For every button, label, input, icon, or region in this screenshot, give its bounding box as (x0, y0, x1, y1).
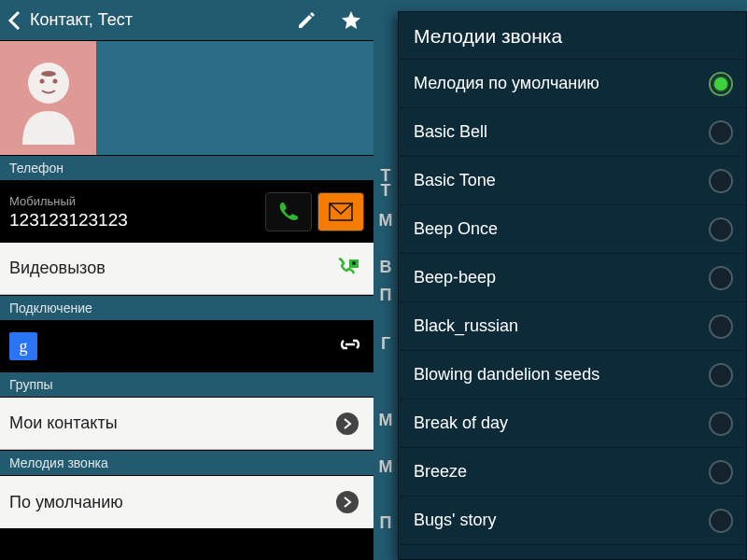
ringtone-dialog: Мелодии звонка Мелодия по умолчаниюBasic… (398, 11, 747, 560)
radio-icon (709, 266, 733, 290)
avatar-area (0, 41, 374, 155)
contact-detail-screen: Контакт, Тест Телефон (0, 0, 374, 560)
ringtone-option-list: Мелодия по умолчаниюBasic BellBasic Tone… (399, 60, 746, 559)
svg-point-3 (41, 71, 56, 77)
background-ghost-text: М (375, 202, 396, 239)
ringtone-option-label: Beep Once (414, 219, 709, 239)
groups-value: Мои контакты (9, 413, 331, 433)
ringtone-option[interactable]: Blowing dandelion seeds (399, 351, 746, 399)
groups-row[interactable]: Мои контакты (0, 398, 374, 450)
ringtone-option-label: Basic Tone (414, 171, 709, 190)
background-ghost-text: М (375, 448, 396, 485)
favorite-button[interactable] (329, 0, 374, 41)
svg-point-0 (28, 63, 69, 104)
ringtone-option[interactable]: Beep Once (399, 205, 746, 254)
phone-section-header: Телефон (0, 155, 374, 181)
avatar[interactable] (0, 41, 96, 155)
phone-icon (276, 200, 301, 224)
groups-section-header: Группы (0, 371, 374, 398)
chevron-left-icon (7, 10, 21, 31)
ringtone-option[interactable]: Bugs' story (399, 497, 746, 545)
ringtone-option[interactable]: Break of day (399, 399, 746, 448)
connection-row[interactable]: g (0, 321, 374, 371)
dialog-title: Мелодии звонка (399, 12, 746, 60)
svg-point-1 (39, 79, 44, 84)
groups-chevron (331, 413, 364, 435)
videocall-icon (333, 255, 361, 283)
link-button[interactable] (336, 335, 364, 357)
video-call-label: Видеовызов (9, 259, 331, 278)
phone-number: 123123123123 (9, 210, 260, 231)
background-ghost-text: Г (375, 325, 396, 362)
radio-icon (709, 169, 733, 193)
chevron-right-icon (336, 413, 359, 435)
call-button[interactable] (265, 192, 312, 231)
message-button[interactable] (317, 192, 364, 231)
ringtone-option[interactable]: Breeze (399, 448, 746, 497)
radio-icon (709, 217, 733, 242)
google-badge: g (9, 332, 37, 360)
chevron-right-icon (336, 491, 359, 513)
background-ghost-text: М (375, 401, 396, 439)
ringtone-option-label: Мелодия по умолчанию (414, 74, 709, 93)
person-icon (11, 51, 86, 145)
connection-section-header: Подключение (0, 295, 374, 321)
radio-icon (709, 460, 733, 484)
ringtone-option-label: Break of day (414, 413, 709, 433)
radio-icon (709, 509, 733, 533)
ringtone-option[interactable]: Basic Bell (399, 108, 746, 157)
star-icon (340, 9, 362, 32)
ringtone-picker-screen: ТТМВПГММП Мелодии звонка Мелодия по умол… (374, 0, 747, 560)
phone-type-label: Мобильный (9, 194, 260, 208)
ringtone-option-label: Black_russian (414, 316, 709, 336)
ringtone-option-label: Basic Bell (414, 122, 709, 142)
edit-button[interactable] (284, 0, 329, 41)
ringtone-option[interactable]: Beep-beep (399, 254, 746, 302)
svg-point-6 (352, 261, 356, 265)
ringtone-chevron (331, 491, 364, 513)
background-ghost-text: П (375, 276, 396, 314)
ringtone-row[interactable]: По умолчанию (0, 476, 374, 528)
radio-icon (709, 120, 733, 145)
radio-icon (709, 363, 733, 387)
ringtone-option-label: Beep-beep (414, 268, 709, 287)
svg-point-2 (52, 79, 57, 84)
background-ghost-text: П (375, 504, 396, 541)
video-call-row[interactable]: Видеовызов (0, 243, 374, 295)
envelope-icon (329, 203, 353, 221)
titlebar: Контакт, Тест (0, 0, 374, 41)
link-icon (336, 335, 364, 354)
ringtone-section-header: Мелодия звонка (0, 450, 374, 476)
radio-icon (709, 72, 733, 96)
radio-icon (709, 412, 733, 436)
ringtone-option-label: Blowing dandelion seeds (414, 365, 709, 385)
contact-name: Контакт, Тест (28, 10, 284, 30)
pencil-icon (296, 10, 317, 31)
phone-row[interactable]: Мобильный 123123123123 (0, 181, 374, 243)
back-button[interactable] (0, 0, 28, 41)
ringtone-option[interactable]: Black_russian (399, 302, 746, 351)
ringtone-option[interactable]: Мелодия по умолчанию (399, 60, 746, 108)
phone-info: Мобильный 123123123123 (9, 194, 260, 231)
ringtone-option[interactable]: Basic Tone (399, 157, 746, 205)
ringtone-option-label: Bugs' story (414, 511, 709, 530)
radio-icon (709, 315, 733, 339)
google-g-icon: g (20, 337, 28, 357)
ringtone-option-label: Breeze (414, 462, 709, 482)
ringtone-value: По умолчанию (9, 493, 331, 512)
video-call-action[interactable] (331, 255, 364, 283)
